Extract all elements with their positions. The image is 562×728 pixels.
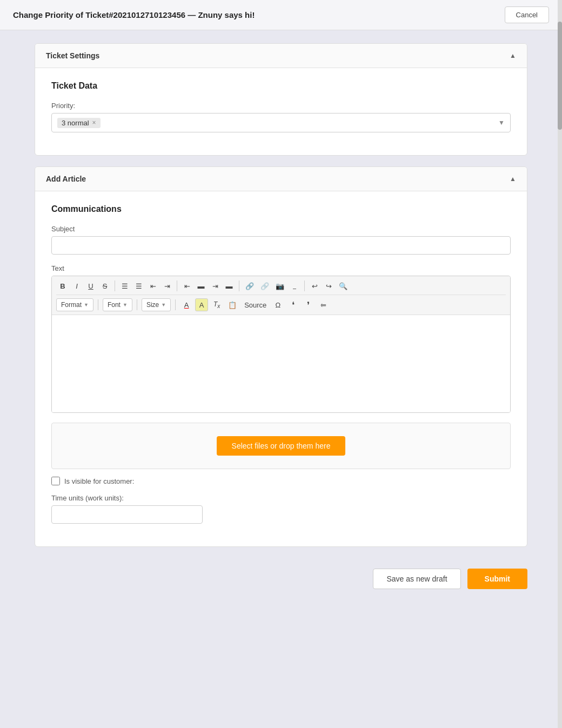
format-dropdown[interactable]: Format ▼ (56, 298, 93, 311)
editor-content-area[interactable] (52, 315, 510, 412)
priority-value: 3 normal (62, 119, 89, 127)
subject-field-group: Subject (51, 225, 511, 255)
toolbar-row1: B I U S ☰ ☰ ⇤ ⇥ ⇤ ▬ ⇥ (56, 279, 506, 295)
ticket-settings-card: Ticket Settings ▲ Ticket Data Priority: … (35, 43, 527, 156)
font-dropdown[interactable]: Font ▼ (103, 298, 132, 311)
format-dropdown-arrow: ▼ (84, 302, 89, 308)
link-button[interactable]: 🔗 (243, 279, 257, 292)
italic-button[interactable]: I (70, 279, 83, 292)
blockquote-button[interactable]: ❛ (286, 298, 299, 311)
undo-button[interactable]: ↩ (308, 279, 321, 292)
footer-actions: Save as new draft Submit (35, 558, 527, 595)
scrollbar[interactable] (558, 0, 562, 728)
main-content: Ticket Settings ▲ Ticket Data Priority: … (22, 30, 540, 607)
add-article-title: Add Article (46, 175, 86, 183)
chevron-down-icon: ▼ (498, 119, 505, 126)
font-label: Font (108, 301, 121, 309)
indent-button[interactable]: ⇥ (160, 279, 173, 292)
visible-customer-row: Is visible for customer: (51, 477, 511, 485)
time-units-field-group: Time units (work units): (51, 494, 511, 524)
font-dropdown-arrow: ▼ (123, 302, 128, 308)
collapse-icon: ▲ (510, 52, 516, 59)
priority-field-group: Priority: 3 normal × ▼ (51, 102, 511, 132)
ticket-settings-header[interactable]: Ticket Settings ▲ (35, 44, 527, 68)
unordered-list-button[interactable]: ☰ (132, 279, 145, 292)
hr-button[interactable]: ⎯ (288, 279, 301, 292)
add-article-card: Add Article ▲ Communications Subject Tex… (35, 166, 527, 547)
toolbar-sep5 (98, 299, 98, 310)
font-color-button[interactable]: A (180, 298, 193, 311)
submit-button[interactable]: Submit (467, 569, 527, 589)
time-units-label: Time units (work units): (51, 494, 511, 502)
collapse-icon-article: ▲ (510, 175, 516, 183)
page-header: Change Priority of Ticket#20210127101234… (0, 0, 562, 30)
font-color-icon: A (184, 301, 189, 309)
bg-color-icon: A (199, 301, 204, 309)
text-label: Text (51, 264, 511, 272)
priority-tag: 3 normal × (57, 118, 101, 128)
special-chars-button[interactable]: Ω (271, 298, 284, 311)
bold-button[interactable]: B (56, 279, 69, 292)
priority-tag-close[interactable]: × (92, 119, 96, 126)
cite-button[interactable]: ❜ (302, 298, 315, 311)
toolbar-sep7 (175, 299, 176, 310)
toolbar-sep3 (239, 280, 239, 291)
communications-subtitle: Communications (51, 204, 511, 214)
clear-format-button[interactable]: Tx (210, 298, 223, 311)
clear-format-icon: Tx (213, 300, 220, 309)
cancel-button[interactable]: Cancel (505, 6, 549, 23)
ordered-list-button[interactable]: ☰ (118, 279, 131, 292)
find-button[interactable]: 🔍 (336, 279, 350, 292)
rich-text-editor: B I U S ☰ ☰ ⇤ ⇥ ⇤ ▬ ⇥ (51, 276, 511, 413)
paste-word-button[interactable]: 📋 (225, 298, 239, 311)
source-button[interactable]: Source (242, 298, 269, 311)
underline-button[interactable]: U (84, 279, 97, 292)
align-justify-button[interactable]: ▬ (223, 279, 236, 292)
toolbar-sep4 (304, 280, 305, 291)
image-button[interactable]: 📷 (273, 279, 287, 292)
align-center-button[interactable]: ▬ (195, 279, 208, 292)
align-right-button[interactable]: ⇥ (209, 279, 222, 292)
subject-label: Subject (51, 225, 511, 233)
toolbar-sep2 (177, 280, 177, 291)
size-dropdown-arrow: ▼ (161, 302, 166, 308)
visible-customer-checkbox[interactable] (51, 477, 60, 485)
align-left-button[interactable]: ⇤ (180, 279, 193, 292)
unlink-button[interactable]: 🔗 (258, 279, 272, 292)
bg-color-button[interactable]: A (195, 298, 208, 311)
fullscreen-button[interactable]: ⥢ (317, 298, 330, 311)
add-article-body: Communications Subject Text B I U S (35, 191, 527, 546)
subject-input[interactable] (51, 236, 511, 255)
ticket-data-subtitle: Ticket Data (51, 81, 511, 91)
page-title: Change Priority of Ticket#20210127101234… (13, 10, 255, 19)
size-dropdown[interactable]: Size ▼ (142, 298, 171, 311)
editor-toolbar: B I U S ☰ ☰ ⇤ ⇥ ⇤ ▬ ⇥ (52, 276, 510, 315)
redo-button[interactable]: ↪ (322, 279, 335, 292)
outdent-button[interactable]: ⇤ (146, 279, 159, 292)
file-upload-button[interactable]: Select files or drop them here (217, 436, 346, 456)
scrollbar-thumb[interactable] (558, 22, 562, 130)
file-upload-area: Select files or drop them here (51, 423, 511, 469)
source-label: Source (244, 301, 266, 309)
text-field-group: Text B I U S ☰ ☰ ⇤ ⇥ (51, 264, 511, 413)
format-label: Format (61, 301, 82, 309)
visible-customer-label: Is visible for customer: (64, 477, 134, 485)
toolbar-sep6 (137, 299, 137, 310)
ticket-settings-title: Ticket Settings (46, 51, 99, 60)
toolbar-sep1 (115, 280, 115, 291)
add-article-header[interactable]: Add Article ▲ (35, 167, 527, 191)
strikethrough-button[interactable]: S (98, 279, 111, 292)
priority-select[interactable]: 3 normal × ▼ (51, 113, 511, 132)
time-units-input[interactable] (51, 505, 203, 524)
priority-label: Priority: (51, 102, 511, 110)
ticket-settings-body: Ticket Data Priority: 3 normal × ▼ (35, 68, 527, 155)
size-label: Size (146, 301, 159, 309)
toolbar-row2: Format ▼ Font ▼ Size ▼ (56, 298, 506, 311)
save-draft-button[interactable]: Save as new draft (373, 569, 460, 589)
